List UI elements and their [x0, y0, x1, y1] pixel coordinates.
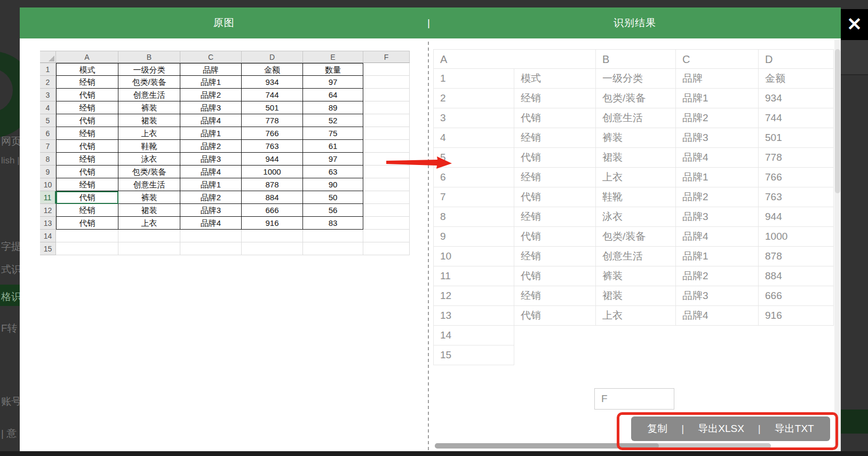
result-row-number: 14 — [433, 326, 514, 345]
table-row: 9代销包类/装备品牌41000 — [433, 227, 834, 247]
sheet-row-number: 14 — [40, 230, 56, 242]
sheet-cell — [118, 242, 180, 255]
table-row: 4经销裤装品牌350189 — [40, 101, 410, 114]
result-cell: 包类/装备 — [596, 227, 676, 247]
result-cell: 代销 — [514, 187, 596, 207]
sheet-cell: 创意生活 — [118, 178, 180, 191]
result-cell: 经销 — [514, 89, 596, 108]
copy-button[interactable]: 复制 — [647, 422, 667, 436]
sheet-cell: 代销 — [56, 191, 118, 204]
result-cell: 代销 — [514, 227, 596, 247]
table-row: 5代销裙装品牌477852 — [40, 114, 410, 127]
sheet-cell: 品牌4 — [180, 166, 242, 178]
result-cell: 经销 — [514, 207, 596, 227]
result-col-header: B — [596, 49, 676, 69]
table-row: 1模式一级分类品牌金额 — [433, 69, 834, 89]
result-row-number: 9 — [433, 227, 514, 247]
vertical-scrollbar-thumb[interactable] — [835, 49, 840, 193]
sheet-cell — [242, 230, 303, 242]
result-cell: 品牌3 — [676, 128, 759, 148]
result-cell: 代销 — [514, 148, 596, 168]
export-txt-button[interactable]: 导出TXT — [775, 422, 814, 436]
sheet-cell: 上衣 — [118, 217, 180, 230]
close-icon[interactable]: ✕ — [841, 9, 868, 40]
sheet-cell: 代销 — [56, 89, 118, 101]
sheet-cell: 884 — [242, 191, 303, 204]
table-row: 14 — [433, 326, 834, 345]
table-row: 8经销泳衣品牌3944 — [433, 207, 834, 227]
sheet-cell — [363, 127, 410, 140]
horizontal-scrollbar-thumb[interactable] — [435, 443, 659, 449]
result-row-number: 10 — [433, 247, 514, 266]
result-cell: 代销 — [514, 108, 596, 128]
sheet-cell: 包类/装备 — [118, 166, 180, 178]
sheet-cell: 经销 — [56, 153, 118, 166]
sidebar-item-pdf-convert[interactable]: F转 — [1, 321, 18, 335]
sheet-row-number: 15 — [40, 242, 56, 255]
sidebar-item-account[interactable]: 账号 — [1, 395, 20, 408]
table-row: 10经销创意生活品牌1878 — [433, 247, 834, 266]
sidebar-item-text-extract[interactable]: 字提 — [1, 240, 20, 254]
sidebar-item-webpage[interactable]: 网页 — [1, 135, 20, 148]
table-row: 11代销裤装品牌2884 — [433, 266, 834, 286]
result-row-number: 2 — [433, 89, 514, 108]
result-cell: 501 — [759, 128, 834, 148]
sheet-row-number: 2 — [40, 76, 56, 89]
sidebar-item-formula-ocr[interactable]: 式识 — [1, 263, 20, 277]
result-row-number: 11 — [433, 266, 514, 286]
result-cell: 一级分类 — [596, 69, 676, 89]
toolbar-separator: | — [681, 423, 684, 435]
sheet-cell: 金额 — [242, 63, 303, 76]
sheet-cell — [363, 63, 410, 76]
overflow-column-cell: F — [594, 388, 674, 410]
sheet-cell: 56 — [303, 204, 363, 217]
sheet-cell: 品牌3 — [180, 204, 242, 217]
sheet-cell: 944 — [242, 153, 303, 166]
table-row: 5代销裙装品牌4778 — [433, 148, 834, 168]
sheet-cell: 代销 — [56, 114, 118, 127]
sheet-cell: 模式 — [56, 63, 118, 76]
sheet-col-header: C — [180, 51, 242, 63]
sheet-row-number: 5 — [40, 114, 56, 127]
sheet-col-header: F — [363, 51, 410, 63]
sidebar-item-feedback[interactable]: | 意 — [1, 427, 17, 441]
table-row: 3代销创意生活品牌2744 — [433, 108, 834, 128]
export-xlsx-button[interactable]: 导出XLSX — [698, 422, 744, 436]
result-cell: 934 — [759, 89, 834, 108]
sheet-row-number: 12 — [40, 204, 56, 217]
table-row: 12经销裙装品牌3666 — [433, 286, 834, 306]
sheet-cell — [363, 178, 410, 191]
result-cell: 上衣 — [596, 168, 676, 187]
sheet-col-header: E — [303, 51, 363, 63]
sidebar-item-language[interactable]: lish | — [1, 155, 20, 166]
sheet-cell: 包类/装备 — [118, 76, 180, 89]
result-cell: 模式 — [514, 69, 596, 89]
result-cell: 品牌4 — [676, 148, 759, 168]
result-cell: 代销 — [514, 306, 596, 326]
table-row: 3代销创意生活品牌274464 — [40, 89, 410, 101]
sheet-cell: 64 — [303, 89, 363, 101]
sidebar-item-table-ocr[interactable]: 格识 — [1, 290, 20, 304]
sheet-cell — [363, 101, 410, 114]
recognized-table: ABCD1模式一级分类品牌金额2经销包类/装备品牌19343代销创意生活品牌27… — [433, 49, 834, 365]
table-row: 13代销上衣品牌491683 — [40, 217, 410, 230]
table-row: 12经销裙装品牌366656 — [40, 204, 410, 217]
table-row: 4经销裤装品牌3501 — [433, 128, 834, 148]
table-row: 10经销创意生活品牌187890 — [40, 178, 410, 191]
result-header-row: ABCD — [433, 49, 834, 69]
sheet-cell — [363, 76, 410, 89]
sheet-cell — [363, 191, 410, 204]
result-cell: 884 — [759, 266, 834, 286]
result-cell: 裤装 — [596, 128, 676, 148]
sheet-cell — [118, 230, 180, 242]
sheet-cell: 品牌1 — [180, 178, 242, 191]
sheet-cell: 泳衣 — [118, 153, 180, 166]
sheet-cell: 代销 — [56, 140, 118, 153]
result-cell: 裙装 — [596, 286, 676, 306]
sheet-cell: 品牌2 — [180, 140, 242, 153]
sheet-cell — [363, 217, 410, 230]
sheet-cell: 鞋靴 — [118, 140, 180, 153]
result-cell: 经销 — [514, 247, 596, 266]
result-row-number: 1 — [433, 69, 514, 89]
sheet-row-number: 3 — [40, 89, 56, 101]
